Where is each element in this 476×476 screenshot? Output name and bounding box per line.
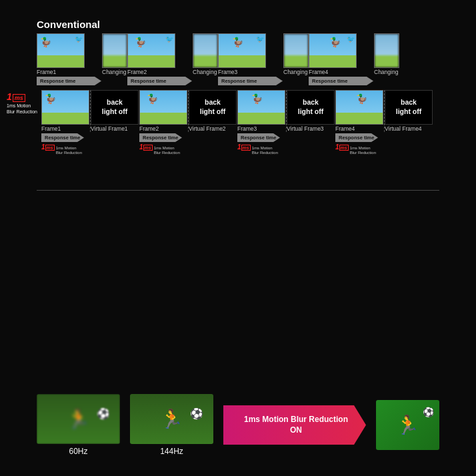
hz-144-block: 🏃 ⚽ 144Hz <box>130 394 213 456</box>
mbr-vframe3-img: backlight off <box>287 90 335 125</box>
mbr-frame1-label: Frame1 <box>41 125 61 132</box>
mbr-frame1: 🦆 Frame1 Response time 1ms 1ms MotionBlu… <box>41 90 89 155</box>
mbr-vframe1-img: backlight off <box>91 90 139 125</box>
hz-60-block: 🏃 ⚽ 60Hz <box>37 394 120 456</box>
hz-144-scene: 🏃 ⚽ <box>130 394 213 444</box>
mbr-frame4-label: Frame4 <box>335 125 355 132</box>
mbr-vframe4: backlight off Virtual Frame4 <box>384 90 433 132</box>
conv-changing1-label: Changing <box>102 69 126 75</box>
conv-frame2: 🦆 🐦 Frame2 Response time <box>127 33 194 85</box>
hz-60-video: 🏃 ⚽ <box>37 394 120 444</box>
mbr-vframe2-img: backlight off <box>189 90 237 125</box>
mbr-vframe4-text: backlight off <box>396 98 421 116</box>
mbr-badge2: 1ms 1ms MotionBlur Reduction <box>139 143 180 155</box>
conv-frame2-label: Frame2 <box>127 69 147 75</box>
mbr-resp4: Response time <box>339 135 374 141</box>
result-block: 🏃 ⚽ <box>376 400 439 450</box>
hz-144-video: 🏃 ⚽ <box>130 394 213 444</box>
main-diagram: Conventional 🦆 🐦 Frame1 Response time <box>0 0 476 476</box>
conventional-label: Conventional <box>37 19 100 30</box>
mbr-vframe3: backlight off Virtual Frame3 <box>286 90 335 132</box>
hz-144-label: 144Hz <box>160 447 183 456</box>
mbr-frame4-img: 🦆 <box>335 90 383 125</box>
result-video: 🏃 ⚽ <box>376 400 439 450</box>
mbr-vframe4-img: backlight off <box>385 90 433 125</box>
conv-resp3: Response time <box>221 78 257 84</box>
mbr-badge4: 1ms 1ms MotionBlur Reduction <box>335 143 376 155</box>
conventional-frames-row: 🦆 🐦 Frame1 Response time Changing 🦆 <box>37 33 399 85</box>
conv-changing3-label: Changing <box>283 69 307 75</box>
conv-frame1: 🦆 🐦 Frame1 Response time <box>37 33 103 85</box>
mbr-vframe1-text: backlight off <box>102 98 127 116</box>
conv-changing3-img <box>283 33 309 68</box>
conv-changing4-img <box>374 33 399 68</box>
conv-frame3: 🦆 🐦 Frame3 Response time <box>218 33 285 85</box>
mbr-frame1-img: 🦆 <box>41 90 89 125</box>
mbr-vframe3-text: backlight off <box>298 98 323 116</box>
conv-changing1: Changing <box>102 33 127 75</box>
conv-changing2-label: Changing <box>193 69 217 75</box>
mbr-left-text: 1ms MotionBlur Reduction <box>7 103 39 115</box>
conv-frame2-img: 🦆 🐦 <box>127 33 175 68</box>
mbr-badge1: 1ms 1ms MotionBlur Reduction <box>41 143 82 155</box>
conv-resp1: Response time <box>40 78 75 84</box>
conv-frame1-img: 🦆 🐦 <box>37 33 85 68</box>
mbr-frame2: 🦆 Frame2 Response time 1ms 1ms MotionBlu… <box>139 90 187 155</box>
mbr-vframe4-label: Virtual Frame4 <box>385 125 422 132</box>
mbr-frame2-img: 🦆 <box>139 90 187 125</box>
conv-frame3-img: 🦆 🐦 <box>218 33 266 68</box>
hz-comparison-section: 🏃 ⚽ 60Hz 🏃 ⚽ 144Hz 1ms Motion Blur Reduc… <box>37 394 439 456</box>
conv-frame4-label: Frame4 <box>309 69 328 75</box>
mbr-badge-left: 1 ms 1ms MotionBlur Reduction <box>7 91 39 115</box>
mbr-on-arrow: 1ms Motion Blur Reduction ON <box>223 405 366 445</box>
mbr-vframe1: backlight off Virtual Frame1 <box>90 90 139 132</box>
mbr-vframe2: backlight off Virtual Frame2 <box>188 90 237 132</box>
mbr-resp2: Response time <box>143 135 178 141</box>
conv-changing4-label: Changing <box>374 69 398 75</box>
mbr-frame3-label: Frame3 <box>237 125 257 132</box>
mbr-vframe2-text: backlight off <box>200 98 225 116</box>
conv-resp2: Response time <box>131 78 166 84</box>
hz-60-scene: 🏃 ⚽ <box>37 394 120 444</box>
conv-changing1-img <box>102 33 127 68</box>
ms-logo: 1 ms <box>7 91 39 102</box>
mbr-badge3: 1ms 1ms MotionBlur Reduction <box>237 143 278 155</box>
arrow-container: 1ms Motion Blur Reduction ON <box>223 405 366 445</box>
mbr-vframe2-label: Virtual Frame2 <box>189 125 226 132</box>
conv-changing3: Changing <box>283 33 309 75</box>
mbr-frame4: 🦆 Frame4 Response time 1ms 1ms MotionBlu… <box>335 90 383 155</box>
mbr-frame2-label: Frame2 <box>139 125 159 132</box>
mbr-frame3-img: 🦆 <box>237 90 285 125</box>
hz-60-label: 60Hz <box>69 447 87 456</box>
mbr-section: 1 ms 1ms MotionBlur Reduction 🦆 Frame1 R… <box>7 90 433 155</box>
conv-frame1-label: Frame1 <box>37 69 56 75</box>
conv-resp4: Response time <box>312 78 347 84</box>
ms-1-text: 1 <box>7 91 12 102</box>
conv-frame3-label: Frame3 <box>218 69 237 75</box>
conv-changing2: Changing <box>193 33 218 75</box>
ms-ms-text: ms <box>13 94 25 102</box>
conv-changing4: Changing <box>374 33 399 75</box>
mbr-vframe1-label: Virtual Frame1 <box>91 125 128 132</box>
mbr-vframe3-label: Virtual Frame3 <box>287 125 324 132</box>
conv-changing2-img <box>193 33 218 68</box>
timeline-line <box>37 190 439 191</box>
mbr-resp3: Response time <box>241 135 276 141</box>
mbr-resp1: Response time <box>45 135 80 141</box>
mbr-frame3: 🦆 Frame3 Response time 1ms 1ms MotionBlu… <box>237 90 285 155</box>
conv-frame4: 🦆 🐦 Frame4 Response time <box>309 33 375 85</box>
mbr-frames-row: 🦆 Frame1 Response time 1ms 1ms MotionBlu… <box>41 90 433 155</box>
conv-frame4-img: 🦆 🐦 <box>309 33 357 68</box>
